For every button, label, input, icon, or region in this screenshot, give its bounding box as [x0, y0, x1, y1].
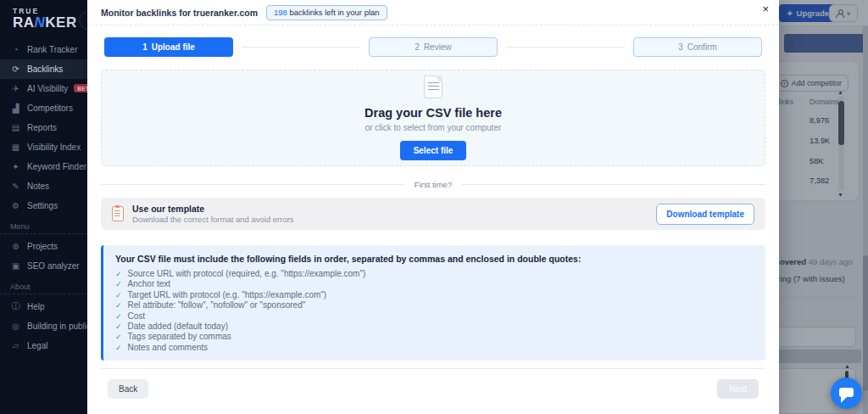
- chat-bubble-button[interactable]: [831, 378, 862, 409]
- sidebar-item-keyword-finder[interactable]: Keyword Finder BETA: [0, 157, 87, 176]
- backlinks-icon: [10, 64, 21, 74]
- sidebar-item-help[interactable]: Help: [0, 297, 87, 316]
- rank-tracker-icon: [10, 45, 21, 54]
- requirement-item: ✓Tags separated by commas: [115, 332, 754, 342]
- notes-icon: [10, 182, 21, 191]
- template-subtitle: Download the correct format and avoid er…: [132, 215, 648, 224]
- step-number: 3: [678, 42, 683, 52]
- step-confirm[interactable]: 3 Confirm: [633, 37, 762, 57]
- sidebar-item-label: Competitors: [27, 104, 73, 113]
- building-in-public-icon: [10, 322, 21, 331]
- keyword-finder-icon: [10, 162, 21, 171]
- step-connector: [506, 47, 625, 48]
- step-label: Upload file: [152, 42, 195, 52]
- sidebar: TRUE RANKER Rank Tracker Backlinks AI Vi…: [0, 0, 87, 414]
- step-label: Review: [424, 42, 452, 52]
- download-template-button[interactable]: Download template: [656, 204, 754, 225]
- sidebar-item-competitors[interactable]: Competitors: [0, 98, 87, 118]
- back-button[interactable]: Back: [108, 379, 148, 399]
- select-file-button[interactable]: Select file: [400, 141, 467, 160]
- wizard-steps: 1 Upload file 2 Review 3 Confirm: [87, 25, 779, 57]
- plan-quota-badge: 198 backlinks left in your plan: [266, 5, 387, 20]
- template-title: Use our template: [132, 204, 648, 214]
- app-logo: TRUE RANKER: [0, 0, 87, 38]
- sidebar-item-label: Notes: [27, 182, 49, 191]
- sidebar-item-rank-tracker[interactable]: Rank Tracker: [0, 40, 87, 59]
- projects-icon: [10, 242, 21, 251]
- sidebar-item-ai-visibility[interactable]: AI Visibility BETA: [0, 79, 87, 98]
- visibility-index-icon: [10, 143, 21, 152]
- requirement-item: ✓Cost: [115, 311, 754, 322]
- first-time-divider: First time?: [101, 180, 765, 189]
- modal-title: Monitor backlinks for trueranker.com: [101, 8, 258, 18]
- sidebar-item-backlinks[interactable]: Backlinks: [0, 59, 87, 79]
- requirement-item: ✓Rel attribute: "follow", "nofollow" or …: [115, 300, 754, 310]
- ai-visibility-icon: [10, 84, 21, 93]
- check-icon: ✓: [115, 279, 122, 289]
- check-icon: ✓: [115, 290, 122, 300]
- requirements-title: Your CSV file must include the following…: [115, 254, 754, 264]
- step-label: Confirm: [687, 42, 717, 52]
- sidebar-item-label: Projects: [27, 242, 58, 251]
- reports-icon: [10, 123, 21, 132]
- sidebar-item-label: Help: [27, 302, 45, 311]
- modal-header: Monitor backlinks for trueranker.com 198…: [87, 0, 779, 25]
- sidebar-nav: Rank Tracker Backlinks AI Visibility BET…: [0, 40, 87, 355]
- csv-dropzone[interactable]: Drag your CSV file here or click to sele…: [101, 70, 765, 166]
- next-button[interactable]: Next: [717, 379, 759, 399]
- quota-count: 198: [274, 8, 287, 17]
- sidebar-item-reports[interactable]: Reports: [0, 118, 87, 137]
- check-icon: ✓: [115, 300, 122, 310]
- dropzone-title: Drag your CSV file here: [364, 106, 502, 120]
- legal-icon: [10, 341, 21, 350]
- sidebar-section-about: About: [0, 276, 87, 294]
- beta-badge: BETA: [74, 84, 87, 92]
- logo-main-text: RANKER: [13, 14, 77, 31]
- sidebar-item-label: Backlinks: [27, 64, 63, 74]
- sidebar-item-label: Keyword Finder: [27, 162, 86, 171]
- step-upload-file[interactable]: 1 Upload file: [104, 37, 233, 57]
- dropzone-subtitle: or click to select from your computer: [365, 123, 502, 132]
- check-icon: ✓: [115, 311, 122, 322]
- template-banner: Use our template Download the correct fo…: [101, 198, 765, 230]
- close-icon[interactable]: ×: [762, 3, 769, 14]
- help-icon: [10, 300, 21, 312]
- sidebar-item-label: Visibility Index: [27, 143, 81, 152]
- sidebar-item-settings[interactable]: Settings: [0, 196, 87, 215]
- sidebar-item-label: Settings: [27, 201, 58, 210]
- sidebar-item-building-in-public[interactable]: Building in public: [0, 316, 87, 336]
- modal-footer: Back Next: [108, 379, 759, 399]
- sidebar-item-projects[interactable]: Projects: [0, 237, 87, 256]
- sidebar-item-legal[interactable]: Legal: [0, 336, 87, 355]
- sidebar-item-label: SEO analyzer: [27, 261, 80, 271]
- requirement-item: ✓Target URL with protocol (e.g. "https:/…: [115, 290, 754, 300]
- requirement-item: ✓Source URL with protocol (required, e.g…: [115, 269, 754, 279]
- document-icon: [424, 76, 442, 98]
- sidebar-item-visibility-index[interactable]: Visibility Index: [0, 137, 87, 157]
- upload-backlinks-modal: Monitor backlinks for trueranker.com 198…: [87, 0, 779, 414]
- step-review[interactable]: 2 Review: [369, 37, 498, 57]
- logo-accent-letter: N: [35, 14, 46, 31]
- requirement-item: ✓Notes and comments: [115, 343, 754, 353]
- csv-requirements-box: Your CSV file must include the following…: [101, 245, 765, 361]
- check-icon: ✓: [115, 343, 122, 353]
- settings-icon: [10, 201, 21, 210]
- sidebar-item-label: Reports: [27, 123, 57, 132]
- footer-divider: [101, 368, 765, 369]
- check-icon: ✓: [115, 332, 122, 342]
- sidebar-item-seo-analyzer[interactable]: SEO analyzer: [0, 256, 87, 276]
- sidebar-item-label: Legal: [27, 341, 47, 350]
- check-icon: ✓: [115, 322, 122, 332]
- sidebar-item-label: Building in public: [27, 322, 87, 331]
- clipboard-icon: [112, 206, 124, 221]
- step-number: 1: [142, 42, 147, 52]
- step-connector: [242, 47, 360, 48]
- sidebar-item-notes[interactable]: Notes: [0, 176, 87, 196]
- requirement-item: ✓Anchor text: [115, 279, 754, 289]
- sidebar-item-label: Rank Tracker: [27, 45, 77, 54]
- seo-analyzer-icon: [10, 261, 21, 271]
- first-time-label: First time?: [415, 180, 452, 189]
- competitors-icon: [10, 104, 21, 113]
- check-icon: ✓: [115, 269, 122, 279]
- requirement-item: ✓Date added (default today): [115, 322, 754, 332]
